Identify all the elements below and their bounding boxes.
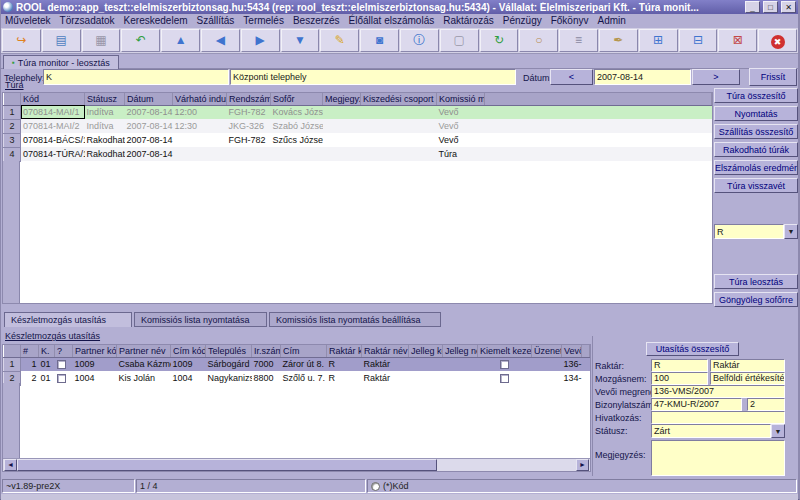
- mozgasnem-name-input[interactable]: Belföldi értékesítés: [710, 372, 785, 385]
- vevoi-megrendeles-input[interactable]: 136-VMS/2007: [651, 385, 785, 398]
- save-button[interactable]: ▦: [82, 29, 121, 52]
- menu-admin[interactable]: Admin: [598, 15, 626, 26]
- refresh-list-button[interactable]: Frissít: [749, 68, 797, 86]
- col-telepules: Település: [206, 345, 252, 357]
- bizonylat-count-input[interactable]: 2: [747, 398, 785, 411]
- cell-sorszam: 1: [21, 357, 39, 371]
- cell-jelleg-nev: [443, 357, 478, 371]
- mozgasnem-code-input[interactable]: 100: [651, 372, 708, 385]
- refresh-button[interactable]: ↻: [480, 29, 519, 52]
- row-number[interactable]: 1: [4, 105, 21, 119]
- date-input[interactable]: 2007-08-14: [594, 69, 691, 85]
- open-button[interactable]: ▤: [42, 29, 81, 52]
- hivatkozas-input[interactable]: [651, 411, 785, 424]
- tura-leosztas-button[interactable]: Túra leosztás: [714, 274, 798, 289]
- menu-muveletek[interactable]: Műveletek: [5, 15, 51, 26]
- telephely-name-input[interactable]: Központi telephely: [230, 69, 516, 85]
- row-checkbox[interactable]: [57, 374, 66, 383]
- table-add-button[interactable]: ⊟: [679, 29, 718, 52]
- date-prev-button[interactable]: <: [550, 69, 593, 85]
- menu-penzugy[interactable]: Pénzügy: [503, 15, 542, 26]
- search-button[interactable]: ○: [519, 29, 558, 52]
- kiemelt-checkbox[interactable]: [500, 374, 509, 383]
- menu-fokonyv[interactable]: Főkönyv: [551, 15, 589, 26]
- cell-kod: 070814-MAI/2: [21, 119, 85, 133]
- tab-bullet-icon: ▪: [12, 58, 15, 67]
- next-record-button[interactable]: ▶: [241, 29, 280, 52]
- cell-statusz: Rakodható: [85, 147, 125, 161]
- row-number[interactable]: 4: [4, 147, 21, 161]
- close-circle-icon: ✖: [771, 35, 785, 49]
- menu-eloallat-elszamolas[interactable]: Élőállat elszámolás: [349, 15, 435, 26]
- close-button[interactable]: ✕: [781, 1, 796, 13]
- rakodhato-turak-button[interactable]: Rakodható túrák: [714, 142, 798, 157]
- scrollbar-thumb[interactable]: [17, 459, 437, 471]
- scroll-left-icon: ◄: [7, 461, 14, 468]
- tab-komissios-lista-nyomtatasa[interactable]: Komissiós lista nyomtatása: [134, 312, 267, 327]
- tab-komissios-lista-beallitasa[interactable]: Komissiós lista nyomtatás beállítása: [269, 312, 441, 327]
- app-logo-icon: [3, 2, 13, 12]
- tura-row[interactable]: 1 070814-MAI/1 Indítva 2007-08-14 12:00 …: [4, 105, 712, 119]
- bizonylatszam-input[interactable]: 47-KMU-R/2007: [651, 398, 742, 411]
- nyomtatas-button[interactable]: Nyomtatás: [714, 106, 798, 121]
- keszletmozgas-row[interactable]: 2 2 01 1004 Kis Jolán 1004 Nagykanizsa 8…: [4, 371, 590, 385]
- szallitas-osszesito-button[interactable]: Szállítás összesítő: [714, 124, 798, 139]
- cell-datum: 2007-08-14: [125, 147, 173, 161]
- gongyoleg-soforre-button[interactable]: Göngyöleg sofőrre: [714, 292, 798, 307]
- data-button[interactable]: ◙: [360, 29, 399, 52]
- tura-row[interactable]: 3 070814-BÁCS/1 Rakodható 2007-08-14 FGH…: [4, 133, 712, 147]
- tura-osszesito-button[interactable]: Túra összesítő: [714, 88, 798, 103]
- maximize-button[interactable]: □: [763, 1, 778, 13]
- cancel-button[interactable]: ✖: [758, 29, 797, 52]
- table-delete-button[interactable]: ⊠: [718, 29, 757, 52]
- row-number[interactable]: 2: [4, 119, 21, 133]
- utasitas-osszesito-button[interactable]: Utasítás összesítő: [646, 342, 739, 356]
- raktar-code-input[interactable]: R: [651, 359, 708, 372]
- undo-button[interactable]: ↶: [121, 29, 160, 52]
- raktar-dropdown-arrow: ▼: [784, 224, 798, 239]
- menu-beszerzes[interactable]: Beszerzés: [293, 15, 340, 26]
- kod-radio-label: (*)Kód: [383, 481, 409, 491]
- minimize-button[interactable]: _: [745, 1, 760, 13]
- window-title: ROOL demo::app_teszt::elelmiszerbiztonsa…: [16, 2, 742, 13]
- date-next-button[interactable]: >: [692, 69, 740, 85]
- menu-szallitas[interactable]: Szállítás: [197, 15, 235, 26]
- edit-button[interactable]: ✎: [320, 29, 359, 52]
- tura-row[interactable]: 4 070814-TÚRA/1 Rakodható 2007-08-14 Túr…: [4, 147, 712, 161]
- raktar-name-input[interactable]: Raktár: [710, 359, 785, 372]
- horizontal-scrollbar[interactable]: ◄ ►: [3, 458, 590, 471]
- menu-kereskedelem[interactable]: Kereskedelem: [124, 15, 188, 26]
- exit-button[interactable]: ↪: [2, 29, 41, 52]
- tura-visszavet-button[interactable]: Túra visszavét: [714, 178, 798, 193]
- row-number[interactable]: 1: [4, 357, 21, 371]
- kiemelt-checkbox[interactable]: [500, 360, 509, 369]
- pen-button[interactable]: ✒: [599, 29, 638, 52]
- prev-record-button[interactable]: ◀: [201, 29, 240, 52]
- menu-torzsadatok[interactable]: Törzsadatok: [60, 15, 115, 26]
- telephely-code-input[interactable]: K: [43, 69, 229, 85]
- table-export-button[interactable]: ⊞: [639, 29, 678, 52]
- raktar-dropdown-value[interactable]: R: [714, 224, 784, 239]
- first-record-button[interactable]: ▲: [161, 29, 200, 52]
- keszletmozgas-row[interactable]: 1 1 01 1009 Csaba Kázmér 1009 Sárbogárd …: [4, 357, 590, 371]
- list-button[interactable]: ≡: [559, 29, 598, 52]
- tab-tura-monitor[interactable]: ▪ Túra monitor - leosztás: [3, 55, 119, 69]
- col-varhato-indulas: Várható indulás: [173, 93, 227, 105]
- window-button[interactable]: ▢: [440, 29, 479, 52]
- info-button[interactable]: ⓘ: [400, 29, 439, 52]
- row-checkbox[interactable]: [57, 360, 66, 369]
- tura-grid: Kód Státusz Dátum Várható indulás Rendsz…: [2, 92, 713, 304]
- menu-termeles[interactable]: Termelés: [243, 15, 284, 26]
- tab-label: Komissiós lista nyomtatás beállítása: [276, 315, 421, 325]
- kod-radio[interactable]: [371, 482, 380, 491]
- pen-icon: ✒: [613, 30, 623, 51]
- statusz-dropdown-value[interactable]: Zárt: [651, 424, 771, 438]
- menu-raktarozas[interactable]: Raktározás: [443, 15, 494, 26]
- last-record-button[interactable]: ▼: [281, 29, 320, 52]
- save-icon: ▦: [95, 30, 106, 51]
- megjegyzes-textarea[interactable]: [651, 440, 785, 476]
- tura-row[interactable]: 2 070814-MAI/2 Indítva 2007-08-14 12:30 …: [4, 119, 712, 133]
- row-number[interactable]: 3: [4, 133, 21, 147]
- elszamolas-eredmeny-button[interactable]: Elszámolás eredmény: [714, 160, 798, 175]
- tab-keszletmozgas-utasitas[interactable]: Készletmozgás utasítás: [4, 312, 132, 327]
